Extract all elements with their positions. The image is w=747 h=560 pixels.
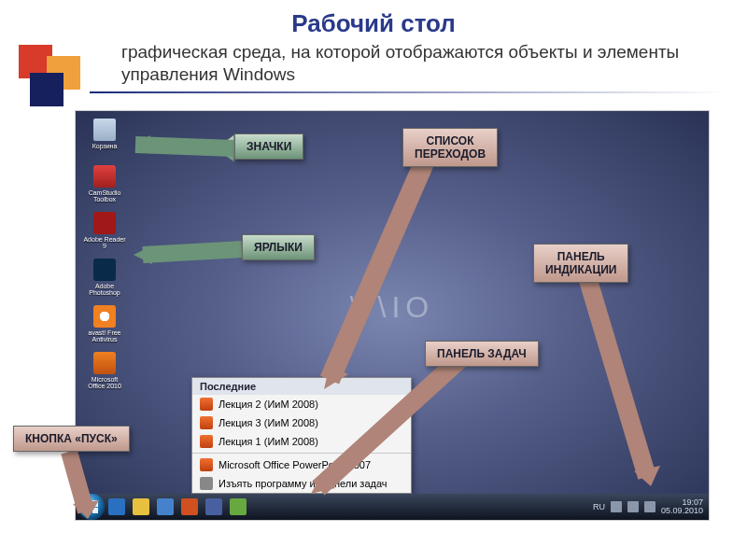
callout-icons: ЗНАЧКИ	[234, 133, 303, 160]
desktop-screenshot: \/\IO Корзина CamStudio Toolbox Adobe Re…	[75, 110, 710, 521]
taskbar-app-icon[interactable]	[230, 498, 247, 515]
taskbar-explorer-icon[interactable]	[133, 498, 149, 515]
taskbar-powerpoint-icon[interactable]	[181, 498, 198, 515]
slide: Рабочий стол графическая среда, на котор…	[0, 0, 747, 560]
jump-list-app[interactable]: Microsoft Office PowerPoint 2007	[192, 455, 411, 474]
app-icon	[93, 352, 116, 374]
callout-jumplist: СПИСОК ПЕРЕХОДОВ	[402, 128, 498, 167]
unpin-icon	[200, 477, 213, 490]
svg-marker-3	[134, 245, 152, 264]
desktop-icon-camstudio[interactable]: CamStudio Toolbox	[83, 165, 126, 208]
clock[interactable]: 19:07 05.09.2010	[661, 498, 703, 515]
callout-notification: ПАНЕЛЬ ИНДИКАЦИИ	[533, 244, 628, 283]
callout-start-button: КНОПКА «ПУСК»	[13, 426, 130, 452]
wallpaper-logo: \/\IO	[350, 290, 434, 325]
app-icon	[93, 305, 116, 328]
desktop-icon-photoshop[interactable]: Adobe Photoshop	[83, 259, 126, 301]
tray-flag-icon[interactable]	[611, 501, 622, 512]
app-icon	[93, 259, 116, 281]
file-icon	[200, 416, 213, 429]
language-indicator[interactable]: RU	[593, 502, 605, 511]
app-icon	[93, 165, 116, 188]
callout-taskbar: ПАНЕЛЬ ЗАДАЧ	[425, 341, 539, 367]
system-tray: RU 19:07 05.09.2010	[593, 498, 709, 515]
start-button[interactable]	[78, 494, 105, 520]
tray-volume-icon[interactable]	[644, 501, 655, 512]
app-icon	[200, 458, 213, 471]
bin-icon	[93, 119, 116, 141]
jump-list: Последние Лекция 2 (ИиМ 2008) Лекция 3 (…	[191, 377, 412, 494]
desktop-icon-office[interactable]: Microsoft Office 2010	[83, 352, 126, 395]
jump-list-unpin[interactable]: Изъять программу из панели задач	[192, 474, 411, 493]
deco-square	[30, 73, 63, 106]
desktop-icon-recycle-bin[interactable]: Корзина	[83, 119, 126, 161]
tray-network-icon[interactable]	[627, 501, 639, 512]
app-icon	[93, 212, 116, 234]
decorative-squares	[19, 45, 84, 110]
desktop-icon-adobe-reader[interactable]: Adobe Reader 9	[83, 212, 126, 255]
desktop-icons: Корзина CamStudio Toolbox Adobe Reader 9…	[83, 119, 126, 399]
taskbar-wmp-icon[interactable]	[157, 498, 174, 515]
taskbar: RU 19:07 05.09.2010	[76, 494, 709, 520]
svg-marker-2	[135, 135, 150, 154]
file-icon	[200, 435, 213, 448]
svg-marker-0	[216, 134, 234, 162]
page-title: Рабочий стол	[0, 9, 747, 38]
file-icon	[200, 398, 213, 411]
page-subtitle: графическая среда, на которой отображают…	[121, 41, 719, 86]
callout-shortcuts: ЯРЛЫКИ	[242, 234, 315, 260]
separator	[192, 453, 411, 454]
taskbar-ie-icon[interactable]	[108, 498, 125, 515]
desktop-icon-avast[interactable]: avast! Free Antivirus	[83, 305, 126, 348]
jump-list-item[interactable]: Лекция 1 (ИиМ 2008)	[192, 432, 411, 451]
taskbar-app-icon[interactable]	[205, 498, 222, 515]
jump-list-header: Последние	[192, 378, 411, 395]
windows-logo-icon	[85, 500, 98, 513]
svg-marker-5	[634, 466, 660, 486]
jump-list-item[interactable]: Лекция 3 (ИиМ 2008)	[192, 413, 411, 432]
divider	[90, 91, 728, 93]
jump-list-item[interactable]: Лекция 2 (ИиМ 2008)	[192, 395, 411, 413]
